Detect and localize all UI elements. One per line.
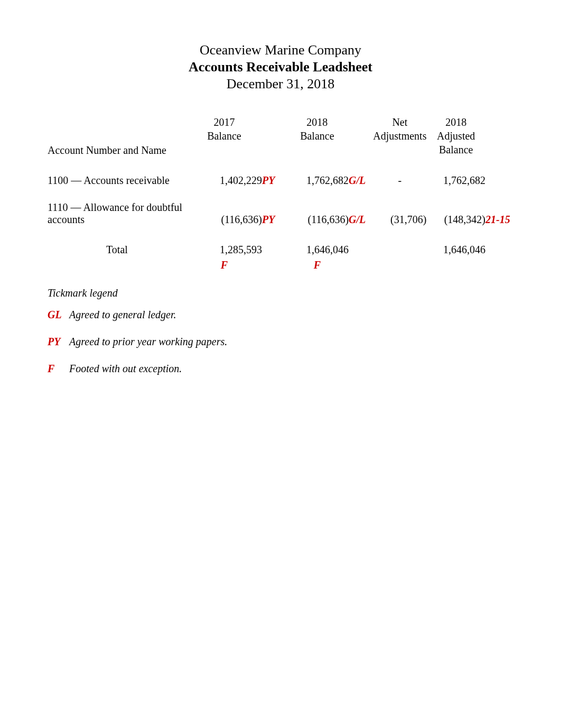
col-header-adjustments: Net Adjustments	[373, 113, 426, 167]
net-adjustment: -	[373, 167, 426, 194]
tickmark-py: PY	[262, 174, 275, 186]
balance-2018: (116,636)	[286, 194, 349, 233]
report-title: Accounts Receivable Leadsheet	[48, 59, 513, 75]
legend-text: Agreed to general ledger.	[69, 309, 176, 320]
company-name: Oceanview Marine Company	[48, 42, 513, 58]
leadsheet-table: Account Number and Name 2017 Balance 201…	[48, 113, 513, 271]
col-header-2017-year: 2017	[213, 115, 235, 129]
report-header: Oceanview Marine Company Accounts Receiv…	[48, 42, 513, 92]
balance-2017: 1,402,229	[186, 167, 262, 194]
tickmark-foot: F	[186, 259, 262, 271]
legend-title: Tickmark legend	[48, 287, 513, 299]
net-adjustment: (31,706)	[373, 194, 426, 233]
account-name: 1100 — Accounts receivable	[48, 167, 186, 194]
col-header-2018-label: Balance	[300, 129, 334, 143]
report-date: December 31, 2018	[48, 76, 513, 92]
adjusted-balance: 1,762,682	[426, 167, 485, 194]
tickmark-legend: Tickmark legend GL Agreed to general led…	[48, 287, 513, 375]
tickmark-py: PY	[262, 214, 275, 225]
total-2018: 1,646,046	[286, 233, 349, 259]
table-row: 1100 — Accounts receivable 1,402,229 PY …	[48, 167, 513, 194]
col-header-2018: 2018 Balance	[286, 113, 349, 167]
legend-code-gl: GL	[48, 309, 67, 321]
col-header-2018-year: 2018	[306, 115, 328, 129]
legend-item: PY Agreed to prior year working papers.	[48, 336, 513, 348]
account-name: 1110 — Allowance for doubtful accounts	[48, 194, 186, 233]
table-row: 1110 — Allowance for doubtful accounts (…	[48, 194, 513, 233]
legend-code-f: F	[48, 363, 67, 375]
balance-2017: (116,636)	[186, 194, 262, 233]
col-header-2017-label: Balance	[207, 129, 241, 143]
legend-code-py: PY	[48, 336, 67, 348]
foot-row: F F	[48, 259, 513, 271]
tickmark-gl: G/L	[349, 174, 366, 186]
legend-item: F Footed with out exception.	[48, 363, 513, 375]
col-header-account: Account Number and Name	[48, 113, 186, 167]
col-header-adj-line1: Net	[392, 115, 407, 129]
workpaper-ref: 21-15	[485, 214, 510, 225]
legend-text: Footed with out exception.	[69, 363, 182, 374]
total-row: Total 1,285,593 1,646,046 1,646,046	[48, 233, 513, 259]
col-header-adjbal-line2: Adjusted	[437, 129, 475, 143]
balance-2018: 1,762,682	[286, 167, 349, 194]
col-header-adj-line2: Adjustments	[373, 129, 426, 143]
col-header-adjbal-line3: Balance	[439, 143, 473, 156]
column-header-row: Account Number and Name 2017 Balance 201…	[48, 113, 513, 167]
tickmark-gl: G/L	[349, 214, 366, 225]
legend-item: GL Agreed to general ledger.	[48, 309, 513, 321]
col-header-adjbal-line1: 2018	[445, 115, 466, 129]
col-header-2017: 2017 Balance	[186, 113, 262, 167]
total-2017: 1,285,593	[186, 233, 262, 259]
total-label: Total	[48, 233, 186, 259]
col-header-adjusted-balance: 2018 Adjusted Balance	[426, 113, 485, 167]
adjusted-balance: (148,342)	[426, 194, 485, 233]
legend-text: Agreed to prior year working papers.	[69, 336, 227, 347]
total-adjusted: 1,646,046	[426, 233, 485, 259]
tickmark-foot: F	[286, 259, 349, 271]
